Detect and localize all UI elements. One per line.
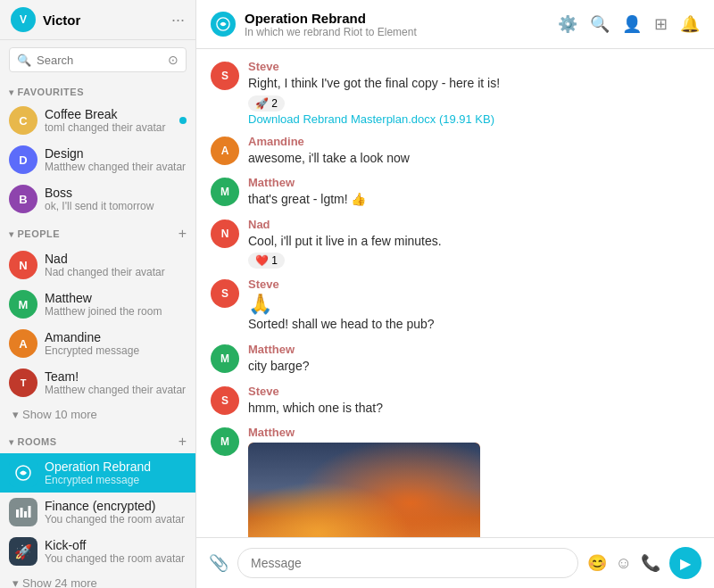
sidebar-item-matthew[interactable]: M Matthew Matthew joined the room — [0, 285, 195, 324]
reaction-icon[interactable]: ☺ — [616, 554, 632, 573]
room-avatar: B — [9, 185, 37, 213]
message-group: N Nad Cool, i'll put it live in a few mi… — [211, 218, 700, 269]
send-icon: ▶ — [680, 555, 691, 572]
search-icon: 🔍 — [17, 54, 31, 67]
avatar: M — [211, 344, 239, 373]
svg-rect-3 — [24, 511, 27, 518]
user-avatar: V — [11, 7, 36, 32]
sidebar-username: Victor — [43, 12, 80, 28]
sidebar-item-design[interactable]: D Design Matthew changed their avatar — [0, 140, 195, 179]
sidebar-content: ▾ FAVOURITES C Coffee Break toml changed… — [0, 79, 195, 588]
avatar: S — [211, 62, 239, 90]
message-sender: Matthew — [248, 426, 700, 439]
search-filter-icon[interactable]: ⊙ — [168, 53, 178, 67]
avatar: A — [211, 137, 239, 165]
search-box: 🔍 ⊙ — [9, 47, 187, 72]
room-avatar: A — [9, 329, 37, 358]
member-icon[interactable]: 👤 — [622, 14, 642, 34]
people-chevron-icon: ▾ — [9, 229, 14, 239]
send-button[interactable]: ▶ — [669, 547, 702, 579]
message-group: S Steve 🙏 Sorted! shall we head to the p… — [211, 277, 700, 334]
message-group: M Matthew city barge? — [211, 343, 700, 376]
people-chevron-down-icon: ▾ — [12, 408, 19, 421]
message-group: S Steve Right, I think I've got the fina… — [211, 60, 700, 126]
sidebar-item-operation-rebrand[interactable]: Operation Rebrand Encrypted message — [0, 453, 195, 493]
image-preview[interactable] — [248, 443, 480, 537]
message-text: Right, I think I've got the final copy -… — [248, 75, 700, 93]
room-avatar: T — [9, 369, 37, 397]
room-avatar — [9, 459, 37, 487]
avatar: S — [211, 386, 239, 415]
settings-icon[interactable]: ⚙️ — [558, 14, 577, 34]
message-sender: Amandine — [248, 135, 700, 148]
people-title[interactable]: ▾ PEOPLE — [9, 228, 60, 239]
message-sender: Matthew — [248, 343, 700, 356]
message-sender: Steve — [248, 385, 700, 398]
sidebar-item-amandine[interactable]: A Amandine Encrypted message — [0, 324, 195, 363]
chat-messages: S Steve Right, I think I've got the fina… — [196, 49, 714, 537]
favourites-section-header: ▾ FAVOURITES — [0, 79, 195, 101]
rooms-show-more[interactable]: ▾ Show 24 more — [0, 571, 195, 588]
message-sender: Matthew — [248, 176, 700, 189]
attachment-icon[interactable]: 📎 — [209, 553, 228, 573]
message-reaction: ❤️ 1 — [248, 250, 700, 269]
chat-header-icons: ⚙️ 🔍 👤 ⊞ 🔔 — [558, 14, 700, 34]
message-text: that's great - lgtm! 👍 — [248, 191, 700, 209]
avatar: M — [211, 427, 239, 456]
sidebar: V Victor ··· 🔍 ⊙ ▾ FAVOURITES C Coffee B… — [0, 0, 196, 588]
rooms-chevron-icon: ▾ — [9, 437, 14, 447]
chat-header-room: Operation Rebrand In which we rebrand Ri… — [211, 11, 558, 38]
favourites-title[interactable]: ▾ FAVOURITES — [9, 87, 84, 97]
search-input[interactable] — [37, 54, 162, 67]
sidebar-item-nad[interactable]: N Nad Nad changed their avatar — [0, 245, 195, 285]
message-sender: Nad — [248, 218, 700, 231]
message-text: hmm, which one is that? — [248, 400, 700, 418]
room-avatar: M — [9, 290, 37, 319]
message-emoji: 🙏 — [248, 293, 700, 316]
message-text: Sorted! shall we head to the pub? — [248, 316, 700, 334]
chat-input-area: 📎 😊 ☺ 📞 ▶ — [196, 537, 714, 588]
rooms-title[interactable]: ▾ ROOMS — [9, 436, 57, 447]
chat-header: Operation Rebrand In which we rebrand Ri… — [196, 0, 714, 49]
chat-room-avatar — [211, 12, 236, 37]
sidebar-user[interactable]: V Victor — [11, 7, 80, 32]
chat-room-name: Operation Rebrand — [245, 11, 417, 26]
message-sender: Steve — [248, 277, 700, 291]
message-input[interactable] — [237, 548, 578, 578]
message-reaction: 🚀 2 — [248, 93, 700, 112]
unread-badge — [179, 117, 187, 124]
rooms-section-header: ▾ ROOMS + — [0, 427, 195, 453]
svg-rect-1 — [16, 509, 19, 518]
people-section-header: ▾ PEOPLE + — [0, 219, 195, 245]
sidebar-header: V Victor ··· — [0, 0, 195, 40]
room-avatar: D — [9, 145, 37, 174]
sidebar-item-team[interactable]: T Team! Matthew changed their avatar — [0, 363, 195, 402]
sidebar-item-finance[interactable]: Finance (encrypted) You changed the room… — [0, 493, 195, 532]
sidebar-item-coffee-break[interactable]: C Coffee Break toml changed their avatar — [0, 101, 195, 140]
more-options-icon[interactable]: ··· — [171, 11, 185, 29]
rooms-add-icon[interactable]: + — [178, 434, 187, 450]
people-add-icon[interactable]: + — [178, 226, 187, 242]
phone-icon[interactable]: 📞 — [641, 553, 660, 573]
sidebar-item-boss[interactable]: B Boss ok, I'll send it tomorrow — [0, 179, 195, 219]
svg-rect-2 — [21, 508, 23, 518]
search-chat-icon[interactable]: 🔍 — [590, 14, 610, 34]
sidebar-search-area: 🔍 ⊙ — [0, 40, 195, 79]
sidebar-item-kickoff[interactable]: 🚀 Kick-off You changed the room avatar — [0, 532, 195, 571]
avatar: N — [211, 219, 239, 248]
people-show-more[interactable]: ▾ Show 10 more — [0, 402, 195, 427]
file-link[interactable]: Download Rebrand Masterplan.docx (19.91 … — [248, 112, 494, 126]
room-avatar — [9, 498, 37, 526]
emoji-icon[interactable]: 😊 — [587, 553, 607, 573]
chat-area: Operation Rebrand In which we rebrand Ri… — [196, 0, 714, 588]
message-text: awesome, i'll take a look now — [248, 150, 700, 168]
rooms-chevron-down-icon: ▾ — [12, 576, 19, 588]
message-group: A Amandine awesome, i'll take a look now — [211, 135, 700, 168]
message-group: M Matthew — [211, 426, 700, 537]
svg-rect-4 — [29, 506, 31, 518]
apps-icon[interactable]: ⊞ — [654, 14, 668, 34]
message-text: Cool, i'll put it live in a few minutes. — [248, 233, 700, 251]
message-group: S Steve hmm, which one is that? — [211, 385, 700, 418]
notifications-icon[interactable]: 🔔 — [680, 14, 700, 34]
favourites-chevron-icon: ▾ — [9, 87, 14, 97]
